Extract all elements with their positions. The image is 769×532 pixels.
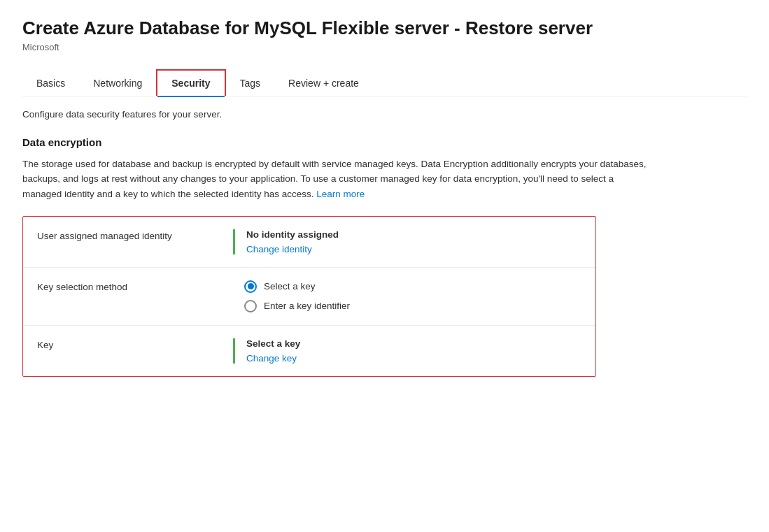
encryption-body-text: The storage used for database and backup… (22, 157, 652, 202)
learn-more-link[interactable]: Learn more (316, 189, 365, 199)
tab-review-create[interactable]: Review + create (274, 71, 373, 96)
radio-select-a-key[interactable]: Select a key (244, 280, 581, 293)
radio-enter-key-identifier[interactable]: Enter a key identifier (244, 300, 581, 312)
radio-select-a-key-label: Select a key (264, 281, 316, 292)
change-identity-link[interactable]: Change identity (246, 244, 581, 254)
managed-identity-label: User assigned managed identity (37, 229, 233, 241)
select-a-key-text: Select a key (246, 338, 581, 349)
tab-security[interactable]: Security (156, 69, 225, 96)
managed-identity-row: User assigned managed identity No identi… (23, 217, 595, 268)
page-title: Create Azure Database for MySQL Flexible… (22, 17, 747, 41)
page-subtitle: Microsoft (22, 42, 747, 52)
tab-networking[interactable]: Networking (79, 71, 156, 96)
tab-basics[interactable]: Basics (22, 71, 79, 96)
key-selection-radio-group: Select a key Enter a key identifier (233, 280, 581, 312)
tab-description: Configure data security features for you… (22, 109, 747, 120)
key-label: Key (37, 338, 233, 350)
key-selection-row: Key selection method Select a key Enter … (23, 268, 595, 326)
encryption-section-title: Data encryption (22, 136, 747, 148)
radio-enter-key-identifier-label: Enter a key identifier (264, 301, 350, 311)
tab-bar: Basics Networking Security Tags Review +… (22, 69, 747, 96)
key-row: Key Select a key Change key (23, 326, 595, 376)
tab-tags[interactable]: Tags (226, 71, 275, 96)
key-value: Select a key Change key (233, 338, 581, 364)
managed-identity-value: No identity assigned Change identity (233, 229, 581, 254)
change-key-link[interactable]: Change key (246, 353, 581, 364)
key-selection-label: Key selection method (37, 280, 233, 292)
radio-enter-key-identifier-circle[interactable] (244, 300, 257, 312)
data-encryption-form: User assigned managed identity No identi… (22, 216, 596, 377)
radio-select-a-key-circle[interactable] (244, 280, 257, 293)
no-identity-text: No identity assigned (246, 229, 581, 240)
